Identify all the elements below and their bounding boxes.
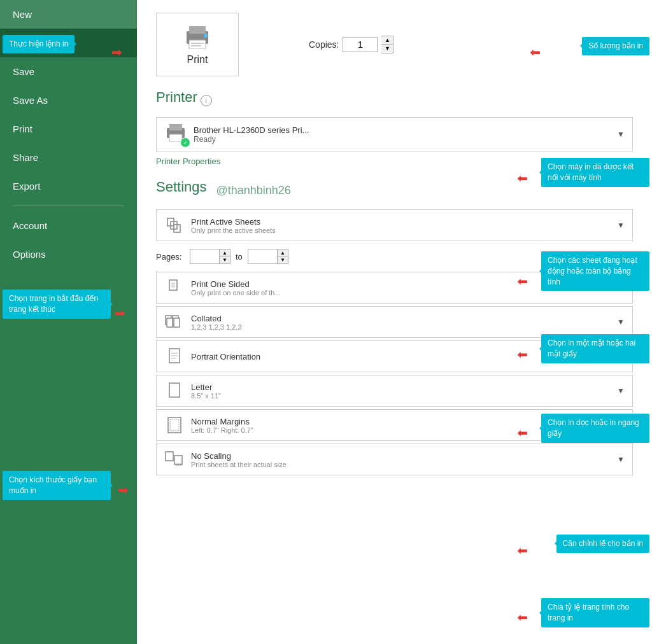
pages-to-input[interactable] — [248, 250, 277, 263]
printer-icon-area: ✓ — [164, 123, 187, 146]
setting-row-sheets[interactable]: Print Active Sheets Only print the activ… — [156, 209, 633, 241]
printer-section-title: Printer — [156, 89, 197, 106]
copies-label: Copies: — [309, 39, 339, 50]
app-container: New Print Save Save As Print Share Expor… — [0, 0, 652, 644]
printer-status: Ready — [194, 135, 309, 144]
copies-input[interactable] — [343, 37, 378, 52]
print-button-label: Print — [187, 54, 208, 66]
setting-row-margins[interactable]: Normal Margins Left: 0.7" Right: 0.7" ▼ — [156, 409, 633, 441]
pages-to-label: to — [236, 252, 243, 262]
svg-rect-1 — [189, 26, 206, 34]
svg-rect-27 — [166, 452, 173, 461]
portrait-icon — [164, 346, 185, 367]
letter-sublabel: 8.5" x 11" — [191, 392, 221, 400]
margins-icon — [164, 415, 185, 435]
sidebar-divider — [13, 206, 124, 206]
svg-rect-24 — [169, 383, 180, 397]
watermark-text: @thanhbinh26 — [216, 184, 291, 197]
settings-section-title: Settings — [156, 179, 207, 195]
pages-from-input[interactable] — [190, 250, 219, 263]
letter-label: Letter — [191, 382, 221, 392]
sheets-dropdown-arrow: ▼ — [617, 221, 625, 230]
letter-icon — [164, 381, 185, 401]
sidebar-item-save[interactable]: Save — [0, 57, 137, 86]
printer-icon — [181, 24, 213, 49]
margins-label: Normal Margins — [191, 417, 253, 426]
setting-row-scaling[interactable]: 100 No Scaling Print sheets at their act… — [156, 444, 633, 475]
setting-row-letter[interactable]: Letter 8.5" x 11" ▼ — [156, 375, 633, 407]
svg-rect-2 — [189, 40, 206, 49]
svg-rect-19 — [174, 318, 180, 327]
scaling-label: No Scaling — [191, 451, 287, 461]
collated-dropdown-arrow: ▼ — [617, 318, 625, 326]
printer-properties-link[interactable]: Printer Properties — [156, 157, 633, 166]
copies-row: Print Copies: ▲ ▼ — [156, 13, 633, 76]
sheets-label: Print Active Sheets — [191, 217, 276, 227]
svg-rect-7 — [169, 124, 182, 130]
setting-row-collated[interactable]: Collated 1,2,3 1,2,3 1,2,3 ▼ — [156, 306, 633, 338]
sided-sublabel: Only print on one side of th... — [191, 289, 281, 297]
one-sided-icon — [164, 277, 185, 298]
printer-section: Printer i ✓ Brother HL-L2360D series Pri — [156, 89, 633, 166]
pages-label: Pages: — [156, 252, 185, 262]
settings-section: Settings @thanhbinh26 Print Active Sheet… — [156, 179, 633, 475]
sidebar: New Print Save Save As Print Share Expor… — [0, 0, 137, 644]
sided-dropdown-arrow: ▼ — [617, 283, 625, 292]
pages-from-up[interactable]: ▲ — [220, 249, 230, 256]
printer-ready-badge: ✓ — [181, 138, 190, 147]
pages-from-down[interactable]: ▼ — [220, 256, 230, 263]
pages-to-down[interactable]: ▼ — [278, 256, 288, 263]
main-content: Print Copies: ▲ ▼ Printer i — [137, 0, 652, 644]
orientation-label: Portrait Orientation — [191, 352, 260, 361]
sidebar-item-save-as[interactable]: Save As — [0, 86, 137, 115]
print-button[interactable]: Print — [156, 13, 239, 76]
sided-label: Print One Sided — [191, 279, 281, 289]
svg-rect-8 — [169, 134, 182, 142]
pages-to-up[interactable]: ▲ — [278, 249, 288, 256]
info-icon[interactable]: i — [201, 95, 212, 106]
letter-dropdown-arrow: ▼ — [617, 386, 625, 395]
scaling-dropdown-arrow: ▼ — [617, 455, 625, 464]
printer-name: Brother HL-L2360D series Pri... — [194, 125, 309, 135]
svg-rect-4 — [191, 45, 201, 46]
svg-rect-18 — [167, 318, 173, 327]
svg-rect-26 — [170, 419, 179, 431]
sidebar-item-print[interactable]: Print — [0, 29, 137, 57]
sidebar-item-export[interactable]: Export — [0, 172, 137, 200]
collated-label: Collated — [191, 314, 242, 323]
sidebar-item-account[interactable]: Account — [0, 211, 137, 240]
copies-increment[interactable]: ▲ — [381, 36, 393, 45]
scaling-icon: 100 — [164, 449, 185, 470]
svg-text:100: 100 — [175, 463, 182, 466]
sidebar-item-new[interactable]: New — [0, 0, 137, 29]
sheets-sublabel: Only print the active sheets — [191, 227, 276, 234]
setting-row-sided[interactable]: Print One Sided Only print on one side o… — [156, 272, 633, 304]
orientation-dropdown-arrow: ▼ — [617, 352, 625, 361]
copies-decrement[interactable]: ▼ — [381, 45, 393, 53]
printer-dropdown-arrow: ▼ — [617, 130, 625, 139]
sidebar-item-print2[interactable]: Print — [0, 115, 137, 143]
svg-rect-3 — [191, 43, 204, 44]
margins-dropdown-arrow: ▼ — [617, 421, 625, 430]
margins-sublabel: Left: 0.7" Right: 0.7" — [191, 426, 253, 434]
collated-icon — [164, 312, 185, 332]
collated-sublabel: 1,2,3 1,2,3 1,2,3 — [191, 323, 242, 331]
copies-spinner: ▲ ▼ — [381, 36, 393, 53]
sheets-icon — [164, 215, 185, 235]
scaling-sublabel: Print sheets at their actual size — [191, 461, 287, 468]
copies-area: Copies: ▲ ▼ — [309, 36, 393, 53]
sidebar-item-options[interactable]: Options — [0, 240, 137, 269]
svg-point-5 — [204, 34, 208, 38]
sidebar-item-share[interactable]: Share — [0, 143, 137, 172]
printer-dropdown[interactable]: ✓ Brother HL-L2360D series Pri... Ready … — [156, 117, 633, 151]
setting-row-orientation[interactable]: Portrait Orientation ▼ — [156, 340, 633, 372]
pages-row: Pages: ▲ ▼ to ▲ ▼ — [156, 244, 633, 269]
